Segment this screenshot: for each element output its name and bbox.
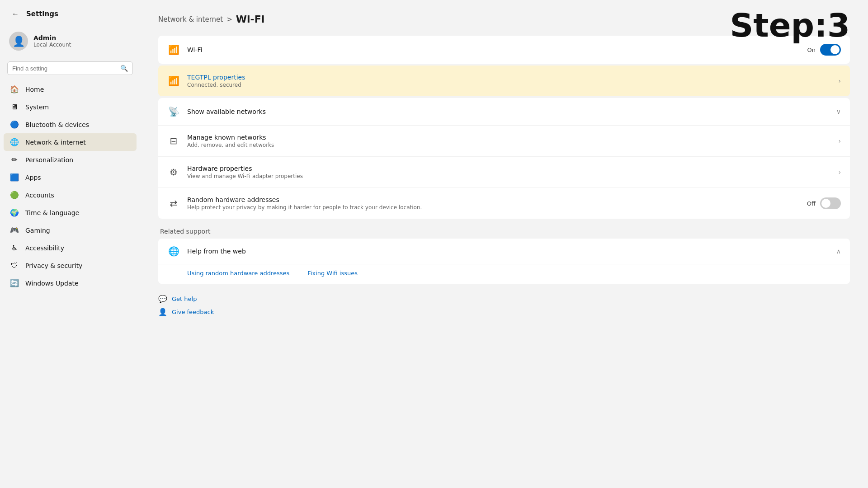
sidebar-label-time: Time & language — [25, 209, 79, 216]
get-help-label: Get help — [172, 296, 197, 302]
sidebar-item-accounts[interactable]: 🟢 Accounts — [4, 186, 137, 204]
known-subtitle: Add, remove, and edit networks — [187, 142, 831, 148]
gaming-icon: 🎮 — [10, 226, 19, 235]
random-action: Off — [807, 197, 841, 209]
sidebar-item-gaming[interactable]: 🎮 Gaming — [4, 221, 137, 239]
random-text: Random hardware addresses Help protect y… — [187, 196, 800, 211]
home-icon: 🏠 — [10, 85, 19, 94]
chevron-right-icon: › — [838, 77, 841, 84]
avatar: 👤 — [9, 32, 28, 51]
chevron-down-icon: ∨ — [836, 108, 841, 115]
give-feedback-icon: 👤 — [158, 308, 167, 316]
sidebar-label-update: Windows Update — [25, 280, 79, 287]
sidebar-label-gaming: Gaming — [25, 227, 50, 234]
wifi-toggle-action: On — [807, 44, 841, 56]
sidebar-label-bluetooth: Bluetooth & devices — [25, 121, 89, 128]
help-web-title: Help from the web — [187, 248, 246, 255]
help-card: 🌐 Help from the web ∧ Using random hardw… — [158, 239, 850, 284]
connected-chevron: › — [838, 77, 841, 84]
personalization-icon: ✏ — [10, 155, 19, 164]
sidebar-item-update[interactable]: 🔄 Windows Update — [4, 274, 137, 292]
footer-links: 💬 Get help 👤 Give feedback — [158, 295, 850, 316]
wifi-row-known[interactable]: ⊟ Manage known networks Add, remove, and… — [158, 126, 850, 157]
connected-icon: 📶 — [167, 75, 180, 86]
sidebar-item-home[interactable]: 🏠 Home — [4, 80, 137, 98]
give-feedback-label: Give feedback — [172, 309, 214, 315]
available-text: Show available networks — [187, 108, 829, 115]
chevron-right-icon: › — [838, 137, 841, 145]
sidebar-label-apps: Apps — [25, 174, 41, 181]
available-icon: 📡 — [167, 106, 180, 117]
wifi-toggle-slider[interactable] — [820, 44, 841, 56]
random-slider[interactable] — [820, 197, 841, 209]
chevron-up-icon: ∧ — [836, 248, 841, 255]
sidebar-label-accessibility: Accessibility — [25, 244, 64, 252]
known-action: › — [838, 137, 841, 145]
hardware-action: › — [838, 169, 841, 176]
help-link[interactable]: Fixing Wifi issues — [307, 270, 358, 277]
available-action: ∨ — [836, 108, 841, 115]
nav-list: 🏠 Home🖥 System🔵 Bluetooth & devices🌐 Net… — [0, 80, 140, 292]
sidebar-header: ← Settings — [0, 0, 140, 24]
hardware-subtitle: View and manage Wi-Fi adapter properties — [187, 173, 831, 179]
wifi-toggle[interactable] — [820, 44, 841, 56]
random-title: Random hardware addresses — [187, 196, 800, 203]
random-icon: ⇄ — [167, 198, 180, 209]
update-icon: 🔄 — [10, 279, 19, 287]
known-text: Manage known networks Add, remove, and e… — [187, 134, 831, 148]
random-toggle[interactable] — [820, 197, 841, 209]
back-button[interactable]: ← — [9, 8, 22, 20]
sidebar-label-network: Network & internet — [25, 139, 86, 146]
search-box[interactable]: 🔍 — [7, 61, 133, 75]
get-help-link[interactable]: 💬 Get help — [158, 295, 850, 303]
user-type: Local Account — [33, 42, 71, 48]
sidebar-item-bluetooth[interactable]: 🔵 Bluetooth & devices — [4, 116, 137, 133]
breadcrumb-current: Wi-Fi — [236, 14, 265, 25]
wifi-title: Wi-Fi — [187, 46, 202, 53]
user-profile: 👤 Admin Local Account — [0, 24, 140, 58]
help-web-text: Help from the web — [187, 248, 829, 255]
help-web-icon: 🌐 — [167, 246, 180, 257]
breadcrumb-parent: Network & internet — [158, 15, 223, 23]
wifi-row-random[interactable]: ⇄ Random hardware addresses Help protect… — [158, 188, 850, 219]
hardware-icon: ⚙ — [167, 167, 180, 178]
sidebar-item-system[interactable]: 🖥 System — [4, 98, 137, 116]
wifi-label: Wi-Fi — [187, 46, 800, 53]
help-header[interactable]: 🌐 Help from the web ∧ — [158, 239, 850, 264]
sidebar-label-privacy: Privacy & security — [25, 262, 82, 269]
random-toggle-label: Off — [807, 200, 816, 207]
search-input[interactable] — [12, 65, 117, 72]
sidebar-item-apps[interactable]: 🟦 Apps — [4, 169, 137, 186]
give-feedback-link[interactable]: 👤 Give feedback — [158, 308, 850, 316]
connected-network-row[interactable]: 📶 TEGTPL properties Connected, secured › — [158, 66, 850, 96]
sidebar-item-accessibility[interactable]: ♿ Accessibility — [4, 239, 137, 257]
connected-status: Connected, secured — [187, 82, 831, 88]
bluetooth-icon: 🔵 — [10, 120, 19, 129]
search-icon[interactable]: 🔍 — [120, 65, 128, 72]
help-link[interactable]: Using random hardware addresses — [187, 270, 289, 277]
wifi-settings-card: 📡 Show available networks ∨ ⊟ Manage kno… — [158, 98, 850, 219]
privacy-icon: 🛡 — [10, 261, 19, 270]
sidebar-item-personalization[interactable]: ✏ Personalization — [4, 151, 137, 169]
user-name: Admin — [33, 34, 71, 42]
hardware-title: Hardware properties — [187, 165, 831, 172]
known-icon: ⊟ — [167, 136, 180, 146]
known-title: Manage known networks — [187, 134, 831, 141]
user-info: Admin Local Account — [33, 34, 71, 48]
wifi-row-hardware[interactable]: ⚙ Hardware properties View and manage Wi… — [158, 157, 850, 188]
accounts-icon: 🟢 — [10, 191, 19, 199]
wifi-row-available[interactable]: 📡 Show available networks ∨ — [158, 98, 850, 126]
sidebar-item-time[interactable]: 🌍 Time & language — [4, 204, 137, 221]
sidebar-item-network[interactable]: 🌐 Network & internet — [4, 133, 137, 151]
connected-text: TEGTPL properties Connected, secured — [187, 74, 831, 88]
sidebar-label-personalization: Personalization — [25, 156, 73, 164]
sidebar-item-privacy[interactable]: 🛡 Privacy & security — [4, 257, 137, 274]
main-content: Step:3 Network & internet > Wi-Fi 📶 Wi-F… — [140, 0, 868, 488]
connected-name: TEGTPL properties — [187, 74, 831, 81]
breadcrumb-separator: > — [226, 15, 232, 23]
sidebar: ← Settings 👤 Admin Local Account 🔍 🏠 Hom… — [0, 0, 140, 488]
related-support-label: Related support — [158, 228, 850, 235]
app-title: Settings — [26, 10, 58, 18]
available-title: Show available networks — [187, 108, 829, 115]
sidebar-label-accounts: Accounts — [25, 192, 54, 199]
